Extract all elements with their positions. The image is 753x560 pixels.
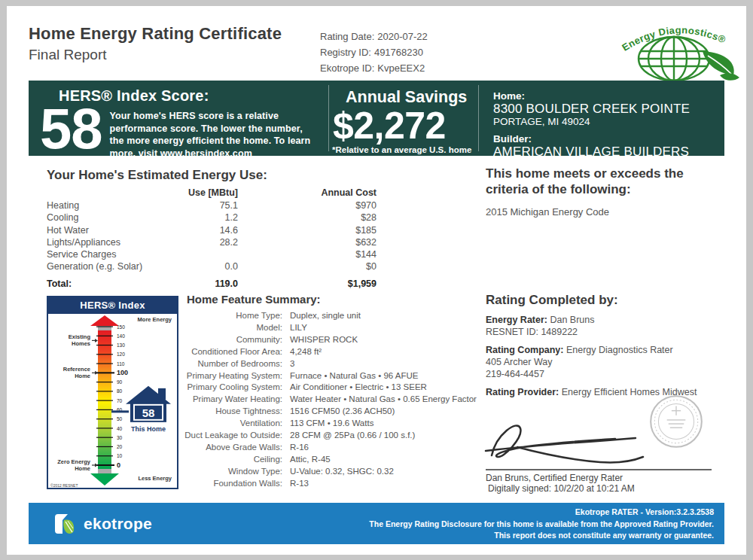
annual-savings-section: Annual Savings $2,272 *Relative to an av… — [329, 81, 478, 156]
svg-text:Zero Energy: Zero Energy — [57, 458, 91, 465]
criteria-heading: This home meets or exceeds the criteria … — [486, 166, 728, 197]
energy-row: Hot Water14.6$185 — [47, 224, 376, 236]
signature-date: Digitally signed: 10/2/20 at 10:21 AM — [486, 483, 734, 494]
feature-row: Above Grade Walls:R-16 — [177, 442, 478, 454]
feature-rows: Home Type:Duplex, single unitModel:LILYC… — [177, 310, 478, 490]
report-subtitle: Final Report — [29, 47, 107, 63]
energy-diagnostics-logo: Energy Diagnostics® — [614, 9, 742, 83]
hers-banner: HERS® Index Score: 58 Your home's HERS s… — [29, 81, 724, 156]
rater-block: Energy Rater: Dan Bruns RESNET ID: 14892… — [486, 314, 734, 338]
rating-heading: Rating Completed by: — [486, 293, 734, 308]
svg-text:58: 58 — [142, 406, 155, 419]
criteria-section: This home meets or exceeds the criteria … — [486, 166, 728, 218]
small-leaf-icon — [720, 73, 739, 81]
energy-rows: Heating75.1$970Cooling1.2$28Hot Water14.… — [47, 199, 376, 273]
ekotrope-logo: ekotrope — [51, 503, 152, 544]
svg-text:140: 140 — [117, 333, 125, 339]
feature-row: Community:WHISPER ROCK — [177, 334, 478, 346]
feature-row: Conditioned Floor Area:4,248 ft² — [177, 346, 478, 358]
footer-disclosure: The Energy Rating Disclosure for this ho… — [369, 519, 714, 531]
svg-text:40: 40 — [117, 426, 123, 431]
svg-text:More Energy: More Energy — [138, 316, 172, 323]
certificate-page: Home Energy Rating Certificate Final Rep… — [7, 6, 746, 555]
svg-text:Less Energy: Less Energy — [138, 475, 172, 482]
signature — [481, 412, 707, 472]
resnet-id: RESNET ID: 1489222 — [486, 326, 734, 338]
less-energy-arrow — [90, 473, 119, 485]
company-block: Rating Company: Energy Diagnostics Rater… — [486, 344, 734, 380]
energy-row: Heating75.1$970 — [47, 199, 376, 212]
energy-row: Service Charges$144 — [47, 248, 376, 260]
svg-text:Home: Home — [75, 373, 90, 379]
energy-total-row: Total: 119.0 $1,959 — [47, 278, 376, 290]
svg-text:100: 100 — [117, 369, 128, 376]
home-label: Home: — [493, 90, 724, 102]
savings-amount: $2,272 — [333, 107, 478, 145]
svg-text:10: 10 — [117, 453, 123, 458]
svg-text:0: 0 — [117, 461, 120, 469]
home-address-line1: 8300 BOULDER CREEK POINTE — [493, 102, 724, 116]
feature-row: Primary Water Heating:Water Heater • Nat… — [177, 394, 478, 406]
energy-use-table: Use [MBtu] Annual Cost Heating75.1$970Co… — [47, 187, 376, 290]
footer-version: Ekotrope RATER - Version:3.2.3.2538 — [369, 507, 714, 519]
hers-score-value: 58 — [40, 105, 102, 160]
svg-text:70: 70 — [117, 398, 123, 403]
feature-row: Primary Heating System:Furnace • Natural… — [177, 370, 478, 382]
home-info-section: Home: 8300 BOULDER CREEK POINTE PORTAGE,… — [479, 81, 724, 156]
signature-area — [486, 403, 712, 470]
svg-text:90: 90 — [117, 379, 123, 385]
svg-text:110: 110 — [117, 361, 125, 367]
hers-gauge-graphic: 1501401301201101009080706050403020100Mor… — [48, 314, 177, 489]
builder-label: Builder: — [493, 133, 724, 145]
hers-score-section: HERS® Index Score: 58 Your home's HERS s… — [29, 81, 328, 156]
registry-id: Registry ID:491768230 — [320, 44, 431, 60]
hers-description: Your home's HERS score is a relative per… — [110, 110, 316, 160]
feature-row: House Tightness:1516 CFM50 (2.36 ACH50) — [177, 406, 478, 418]
svg-text:130: 130 — [117, 342, 125, 348]
rating-date: Rating Date:2020-07-22 — [320, 29, 431, 44]
feature-summary-heading: Home Feature Summary: — [187, 293, 478, 306]
page-title: Home Energy Rating Certificate — [29, 24, 282, 44]
energy-row: Generation (e.g. Solar)0.0$0 — [47, 260, 376, 272]
feature-summary-section: Home Feature Summary: Home Type:Duplex, … — [177, 293, 478, 490]
svg-text:20: 20 — [117, 444, 123, 449]
savings-note: *Relative to an average U.S. home — [332, 145, 478, 154]
feature-row: Window Type:U-Value: 0.32, SHGC: 0.32 — [177, 466, 478, 478]
feature-row: Duct Leakage to Outside:28 CFM @ 25Pa (0… — [177, 430, 478, 442]
feature-row: Primary Cooling System:Air Conditioner •… — [177, 382, 478, 394]
gauge-copyright: ©2012 RESNET — [50, 483, 78, 488]
energy-use-section: Your Home's Estimated Energy Use: Use [M… — [47, 168, 386, 290]
feature-row: Foundation Walls:R-13 — [177, 478, 478, 490]
footer-warranty: This report does not constitute any warr… — [369, 530, 714, 542]
feature-row: Number of Bedrooms:3 — [177, 358, 478, 370]
energy-row: Lights/Appliances28.2$632 — [47, 236, 376, 248]
svg-text:50: 50 — [117, 416, 123, 422]
rating-section: Rating Completed by: Energy Rater: Dan B… — [486, 293, 734, 494]
energy-use-heading: Your Home's Estimated Energy Use: — [47, 168, 386, 183]
svg-text:30: 30 — [117, 435, 123, 440]
svg-text:This Home: This Home — [131, 425, 166, 433]
ekotrope-icon — [51, 511, 77, 537]
gauge-body: 1501401301201101009080706050403020100Mor… — [48, 314, 177, 492]
footer-disclaimer: Ekotrope RATER - Version:3.2.3.2538 The … — [369, 507, 714, 542]
svg-text:150: 150 — [117, 324, 125, 330]
ekotrope-wordmark: ekotrope — [84, 515, 152, 533]
footer-bar: ekotrope Ekotrope RATER - Version:3.2.3.… — [29, 503, 724, 544]
builder-name: AMERICAN VILLAGE BUILDERS — [493, 145, 724, 159]
hers-index-gauge: HERS® Index 1501401301201101009080706050… — [47, 296, 178, 489]
more-energy-arrow — [90, 315, 119, 326]
globe-icon: Energy Diagnostics® — [614, 9, 742, 83]
ekotrope-id: Ekotrope ID:KvpeEEX2 — [320, 60, 431, 76]
svg-text:Homes: Homes — [72, 340, 90, 347]
feature-row: Ceiling:Attic, R-45 — [177, 454, 478, 466]
feature-row: Home Type:Duplex, single unit — [177, 310, 478, 322]
svg-text:Existing: Existing — [69, 333, 91, 340]
signature-name: Dan Bruns, Certified Energy Rater — [486, 473, 734, 483]
feature-row: Ventilation:113 CFM • 19.6 Watts — [177, 418, 478, 430]
gauge-scale-bar — [98, 330, 111, 469]
home-address-line2: PORTAGE, MI 49024 — [493, 116, 724, 128]
svg-text:Reference: Reference — [63, 366, 90, 373]
energy-row: Cooling1.2$28 — [47, 212, 376, 224]
feature-row: Model:LILY — [177, 322, 478, 334]
report-meta: Rating Date:2020-07-22 Registry ID:49176… — [320, 29, 431, 76]
